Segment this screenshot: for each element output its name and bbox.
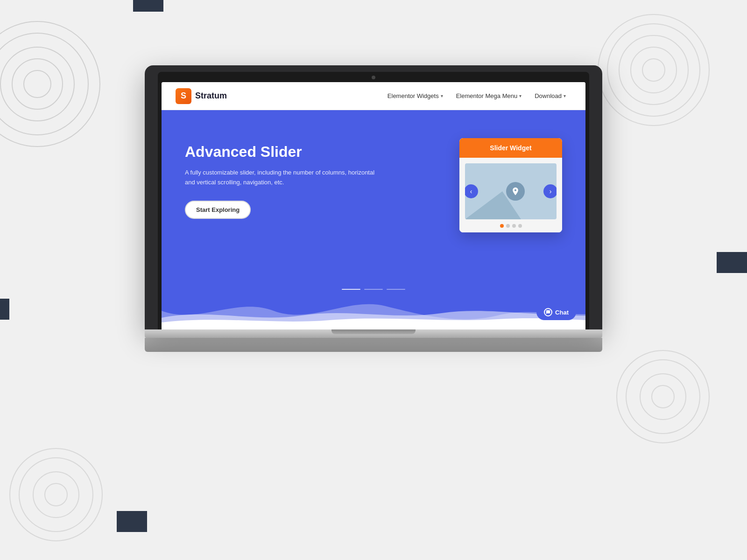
hero-description: A fully customizable slider, including t… (185, 168, 381, 188)
circle-group-right-top (598, 14, 710, 126)
nav-download-label: Download (535, 92, 562, 99)
nav-download[interactable]: Download ▾ (529, 90, 571, 102)
chat-bubble-icon (546, 310, 550, 315)
nav-mega-menu[interactable]: Elementor Mega Menu ▾ (451, 90, 528, 102)
location-icon (511, 187, 520, 196)
slider-next-button[interactable]: › (543, 184, 557, 198)
widget-card-header: Slider Widget (459, 138, 562, 158)
decoration-square-4 (117, 511, 147, 532)
navbar: S Stratum Elementor Widgets ▾ Elementor … (162, 82, 585, 110)
slider-dot-1[interactable] (500, 224, 504, 228)
slider-dots (465, 224, 557, 228)
hero-indicator-2 (364, 289, 383, 290)
decoration-square-1 (133, 0, 163, 12)
hero-indicator-1 (342, 289, 360, 290)
circle-group-bottom-left (9, 448, 103, 541)
chevron-down-icon: ▾ (519, 93, 521, 98)
chat-button[interactable]: Chat (536, 304, 576, 320)
circle-group-right-bottom (616, 350, 710, 443)
chat-label: Chat (555, 309, 569, 316)
hero-title: Advanced Slider (185, 143, 441, 161)
logo-icon: S (176, 88, 191, 104)
start-exploring-button[interactable]: Start Exploring (185, 201, 251, 219)
decoration-square-2 (717, 252, 747, 273)
widget-image-placeholder: ‹ › (465, 163, 557, 219)
slider-dot-3[interactable] (512, 224, 516, 228)
widget-card-title: Slider Widget (490, 144, 531, 152)
laptop-screen-bezel: S Stratum Elementor Widgets ▾ Elementor … (158, 72, 589, 329)
widget-card-body: ‹ › (459, 158, 562, 232)
logo-text: Stratum (195, 91, 227, 101)
laptop-base (145, 329, 602, 338)
laptop-hinge (331, 329, 416, 334)
decoration-square-3 (0, 299, 9, 320)
hero-content: Advanced Slider A fully customizable sli… (185, 133, 441, 219)
widget-image-icon (506, 182, 525, 201)
laptop-stand (145, 338, 602, 352)
chevron-down-icon: ▾ (564, 93, 566, 98)
laptop-body: S Stratum Elementor Widgets ▾ Elementor … (145, 65, 602, 329)
slider-widget-card: Slider Widget ‹ › (459, 138, 562, 232)
laptop-screen: S Stratum Elementor Widgets ▾ Elementor … (162, 82, 585, 329)
hero-indicator-3 (387, 289, 405, 290)
nav-logo[interactable]: S Stratum (176, 88, 227, 104)
circle-group-left (0, 19, 103, 149)
chevron-down-icon: ▾ (441, 93, 443, 98)
hero-wave (162, 292, 585, 329)
chat-icon (544, 308, 552, 316)
nav-elementor-widgets[interactable]: Elementor Widgets ▾ (382, 90, 449, 102)
hero-indicators (342, 289, 405, 290)
laptop-camera (372, 76, 375, 79)
nav-mega-menu-label: Elementor Mega Menu (456, 92, 518, 99)
logo-letter: S (181, 91, 186, 101)
laptop-mockup: S Stratum Elementor Widgets ▾ Elementor … (145, 65, 602, 352)
nav-elementor-widgets-label: Elementor Widgets (388, 92, 439, 99)
hero-section: Advanced Slider A fully customizable sli… (162, 110, 585, 329)
slider-dot-2[interactable] (506, 224, 510, 228)
nav-links: Elementor Widgets ▾ Elementor Mega Menu … (382, 90, 571, 102)
slider-dot-4[interactable] (518, 224, 522, 228)
